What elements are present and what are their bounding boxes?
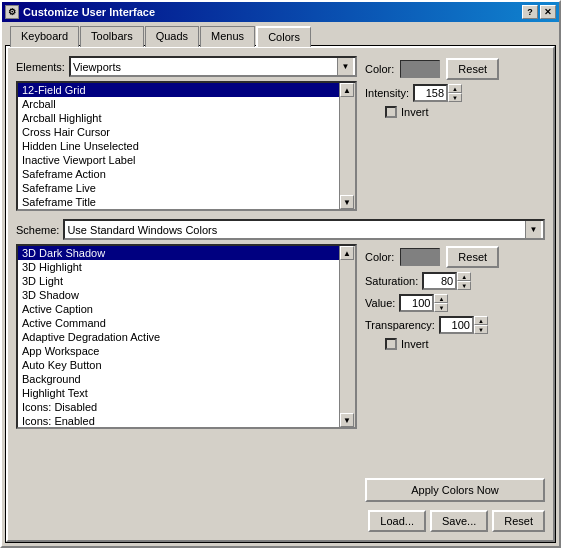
bottom-listbox-scrollbar[interactable]: ▲ ▼ [339,246,355,427]
bottom-invert-label: Invert [401,338,429,350]
tab-colors[interactable]: Colors [256,26,311,47]
saturation-spinner[interactable]: ▲ ▼ [422,272,471,290]
transparency-down-button[interactable]: ▼ [474,325,488,334]
saturation-up-button[interactable]: ▲ [457,272,471,281]
bottom-invert-row: Invert [365,338,545,350]
intensity-up-button[interactable]: ▲ [448,84,462,93]
scheme-select[interactable]: Use Standard Windows Colors ▼ [63,219,545,240]
help-button[interactable]: ? [522,5,538,19]
list-item[interactable]: Inactive Viewport Label [18,153,339,167]
top-invert-checkbox[interactable] [385,106,397,118]
list-item[interactable]: Icons: Enabled [18,414,339,427]
list-item[interactable]: Auto Key Button [18,358,339,372]
transparency-up-button[interactable]: ▲ [474,316,488,325]
intensity-row: Intensity: ▲ ▼ [365,84,545,102]
list-item[interactable]: 3D Shadow [18,288,339,302]
list-item[interactable]: Arcball [18,97,339,111]
list-item[interactable]: Active Command [18,316,339,330]
list-item[interactable]: Background [18,372,339,386]
saturation-row: Saturation: ▲ ▼ [365,272,545,290]
top-invert-row: Invert [365,106,545,118]
saturation-down-button[interactable]: ▼ [457,281,471,290]
elements-select-arrow: ▼ [337,58,353,75]
elements-value: Viewports [73,61,121,73]
bottom-main: 3D Dark Shadow 3D Highlight 3D Light 3D … [16,244,545,502]
value-spinner-buttons: ▲ ▼ [434,294,448,312]
elements-select[interactable]: Viewports ▼ [69,56,357,77]
elements-row: Elements: Viewports ▼ [16,56,357,77]
list-item[interactable]: Active Caption [18,302,339,316]
bottom-invert-checkbox[interactable] [385,338,397,350]
top-reset-button[interactable]: Reset [446,58,499,80]
list-item[interactable]: Hidden Line Unselected [18,139,339,153]
value-up-button[interactable]: ▲ [434,294,448,303]
list-item[interactable]: Icons: Disabled [18,400,339,414]
list-item[interactable]: App Workspace [18,344,339,358]
saturation-input[interactable] [422,272,457,290]
top-color-label: Color: [365,63,394,75]
transparency-row: Transparency: ▲ ▼ [365,316,545,334]
scheme-listbox[interactable]: 3D Dark Shadow 3D Highlight 3D Light 3D … [18,246,339,427]
main-window: ⚙ Customize User Interface ? ✕ Keyboard … [0,0,561,548]
list-item[interactable]: Adaptive Degradation Active [18,330,339,344]
value-input[interactable] [399,294,434,312]
footer-reset-button[interactable]: Reset [492,510,545,532]
bottom-reset-button[interactable]: Reset [446,246,499,268]
tab-quads[interactable]: Quads [145,26,199,47]
scheme-listbox-wrap: 3D Dark Shadow 3D Highlight 3D Light 3D … [16,244,357,429]
list-item[interactable]: 3D Light [18,274,339,288]
top-color-row: Color: Reset [365,58,545,80]
bottom-left: 3D Dark Shadow 3D Highlight 3D Light 3D … [16,244,357,502]
intensity-input[interactable] [413,84,448,102]
list-item[interactable]: Arcball Highlight [18,111,339,125]
close-button[interactable]: ✕ [540,5,556,19]
tab-keyboard[interactable]: Keyboard [10,26,79,47]
top-left: Elements: Viewports ▼ 12-Field Grid Arcb… [16,56,357,211]
intensity-down-button[interactable]: ▼ [448,93,462,102]
window-icon: ⚙ [5,5,19,19]
top-listbox-scrollbar[interactable]: ▲ ▼ [339,83,355,209]
list-item[interactable]: Safeframe Live [18,181,339,195]
title-bar: ⚙ Customize User Interface ? ✕ [2,2,559,22]
value-spinner[interactable]: ▲ ▼ [399,294,448,312]
transparency-input[interactable] [439,316,474,334]
tab-content: Elements: Viewports ▼ 12-Field Grid Arcb… [6,46,555,542]
scheme-select-arrow: ▼ [525,221,541,238]
list-item[interactable]: Highlight Text [18,386,339,400]
scheme-label: Scheme: [16,224,59,236]
bottom-color-swatch[interactable] [400,248,440,266]
apply-colors-button[interactable]: Apply Colors Now [365,478,545,502]
list-item[interactable]: Cross Hair Cursor [18,125,339,139]
bottom-color-row: Color: Reset [365,246,545,268]
load-button[interactable]: Load... [368,510,426,532]
list-item[interactable]: 3D Highlight [18,260,339,274]
title-bar-text: ⚙ Customize User Interface [5,5,155,19]
intensity-spinner-buttons: ▲ ▼ [448,84,462,102]
window-title: Customize User Interface [23,6,155,18]
transparency-label: Transparency: [365,319,435,331]
top-right: Color: Reset Intensity: ▲ ▼ [365,56,545,211]
tab-menus[interactable]: Menus [200,26,255,47]
elements-listbox[interactable]: 12-Field Grid Arcball Arcball Highlight … [18,83,339,209]
list-item[interactable]: Safeframe Action [18,167,339,181]
list-item[interactable]: 12-Field Grid [18,83,339,97]
intensity-spinner[interactable]: ▲ ▼ [413,84,462,102]
list-item[interactable]: Safeframe Title [18,195,339,209]
footer-row: Load... Save... Reset [16,510,545,532]
scheme-row: Scheme: Use Standard Windows Colors ▼ [16,219,545,240]
transparency-spinner-buttons: ▲ ▼ [474,316,488,334]
transparency-spinner[interactable]: ▲ ▼ [439,316,488,334]
content-area: Keyboard Toolbars Quads Menus Colors Ele… [2,22,559,546]
bottom-color-label: Color: [365,251,394,263]
save-button[interactable]: Save... [430,510,488,532]
value-down-button[interactable]: ▼ [434,303,448,312]
list-item[interactable]: 3D Dark Shadow [18,246,339,260]
bottom-right: Color: Reset Saturation: ▲ ▼ [365,244,545,502]
saturation-spinner-buttons: ▲ ▼ [457,272,471,290]
top-invert-label: Invert [401,106,429,118]
top-section: Elements: Viewports ▼ 12-Field Grid Arcb… [16,56,545,211]
top-color-swatch[interactable] [400,60,440,78]
title-bar-buttons: ? ✕ [522,5,556,19]
bottom-section: Scheme: Use Standard Windows Colors ▼ 3D… [16,219,545,532]
tab-toolbars[interactable]: Toolbars [80,26,144,47]
